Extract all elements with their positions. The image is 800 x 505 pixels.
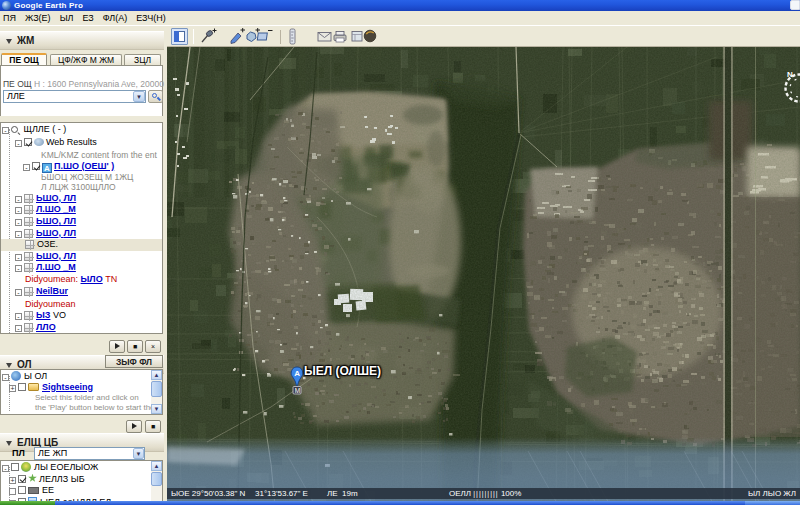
svg-text:N: N — [787, 70, 793, 79]
svg-text:M: M — [295, 387, 300, 394]
svg-text:A: A — [294, 369, 300, 378]
